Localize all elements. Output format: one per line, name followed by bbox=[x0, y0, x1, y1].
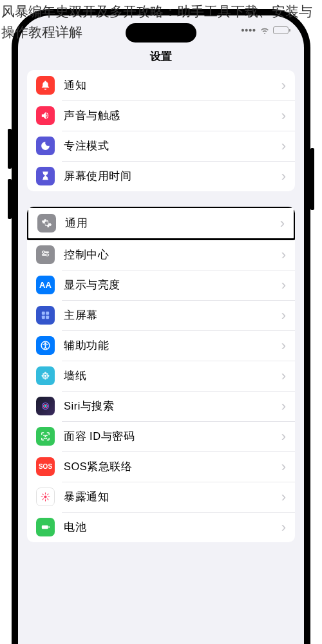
chevron-right-icon: › bbox=[281, 307, 286, 324]
row-label: 控制中心 bbox=[64, 248, 278, 262]
chevron-right-icon: › bbox=[281, 138, 286, 155]
row-label: 通知 bbox=[64, 79, 278, 93]
row-label: 主屏幕 bbox=[64, 308, 278, 323]
flower-icon bbox=[36, 366, 55, 385]
row-label: 屏幕使用时间 bbox=[64, 169, 278, 184]
dynamic-island bbox=[126, 23, 196, 43]
svg-point-2 bbox=[43, 251, 45, 254]
phone-frame: •••• 设置 通知 › 声音与触感 › bbox=[12, 9, 310, 644]
hourglass-icon bbox=[36, 167, 55, 185]
status-indicators: •••• bbox=[241, 25, 289, 35]
row-label: SOS紧急联络 bbox=[64, 460, 278, 474]
svg-rect-34 bbox=[48, 526, 49, 528]
row-label: Siri与搜索 bbox=[64, 399, 278, 413]
battery-icon bbox=[273, 26, 289, 34]
badge-text: AA bbox=[39, 280, 52, 290]
chevron-right-icon: › bbox=[281, 519, 286, 536]
row-notifications[interactable]: 通知 › bbox=[27, 70, 295, 100]
svg-rect-5 bbox=[46, 312, 49, 315]
chevron-right-icon: › bbox=[281, 77, 286, 94]
sliders-icon bbox=[36, 245, 55, 264]
svg-point-17 bbox=[43, 377, 44, 379]
svg-point-12 bbox=[44, 377, 47, 380]
volume-down-button bbox=[8, 179, 12, 219]
row-exposure[interactable]: 暴露通知 › bbox=[27, 482, 295, 512]
chevron-right-icon: › bbox=[281, 337, 286, 354]
svg-rect-33 bbox=[42, 526, 48, 529]
row-label: 面容 ID与密码 bbox=[64, 430, 278, 444]
sos-icon: SOS bbox=[36, 457, 55, 476]
chevron-right-icon: › bbox=[281, 398, 286, 415]
row-label: 辅助功能 bbox=[64, 339, 278, 353]
svg-point-21 bbox=[44, 405, 46, 407]
settings-group-1: 通知 › 声音与触感 › 专注模式 › 屏幕使 bbox=[27, 70, 295, 191]
accessibility-icon bbox=[36, 336, 55, 355]
speaker-icon bbox=[36, 106, 55, 125]
svg-rect-4 bbox=[42, 312, 45, 315]
volume-up-button bbox=[8, 129, 12, 169]
svg-rect-6 bbox=[42, 316, 45, 319]
page-title: 设置 bbox=[18, 45, 304, 70]
svg-line-29 bbox=[43, 494, 44, 495]
row-faceid[interactable]: 面容 ID与密码 › bbox=[27, 421, 295, 451]
svg-rect-7 bbox=[46, 316, 49, 319]
svg-point-9 bbox=[44, 343, 46, 344]
row-label: 通用 bbox=[65, 216, 276, 231]
svg-line-32 bbox=[47, 494, 48, 495]
moon-icon bbox=[36, 137, 55, 155]
power-button bbox=[310, 148, 314, 210]
svg-point-14 bbox=[47, 375, 50, 377]
row-sos[interactable]: SOS SOS紧急联络 › bbox=[27, 451, 295, 482]
face-icon bbox=[36, 427, 55, 446]
status-bar: •••• bbox=[18, 15, 304, 45]
row-label: 墙纸 bbox=[64, 369, 278, 383]
row-display[interactable]: AA 显示与亮度 › bbox=[27, 270, 295, 300]
row-label: 显示与亮度 bbox=[64, 278, 278, 292]
gear-icon bbox=[37, 214, 56, 232]
row-sound[interactable]: 声音与触感 › bbox=[27, 100, 295, 131]
wifi-icon bbox=[260, 26, 270, 34]
battery-icon bbox=[36, 518, 55, 536]
svg-line-31 bbox=[43, 498, 44, 500]
svg-point-18 bbox=[46, 377, 48, 379]
svg-point-10 bbox=[44, 375, 47, 377]
row-general[interactable]: 通用 › bbox=[27, 207, 295, 240]
chevron-right-icon: › bbox=[281, 277, 286, 294]
svg-point-11 bbox=[44, 372, 47, 374]
grid-icon bbox=[36, 306, 55, 325]
badge-text: SOS bbox=[39, 463, 52, 470]
svg-point-15 bbox=[43, 373, 44, 375]
svg-point-24 bbox=[44, 495, 46, 498]
svg-point-23 bbox=[46, 435, 47, 436]
chevron-right-icon: › bbox=[281, 428, 286, 445]
row-label: 电池 bbox=[64, 520, 278, 535]
row-screentime[interactable]: 屏幕使用时间 › bbox=[27, 161, 295, 191]
row-battery[interactable]: 电池 › bbox=[27, 512, 295, 542]
chevron-right-icon: › bbox=[281, 168, 286, 185]
exposure-icon bbox=[36, 488, 55, 506]
row-accessibility[interactable]: 辅助功能 › bbox=[27, 330, 295, 361]
chevron-right-icon: › bbox=[281, 459, 286, 475]
row-label: 专注模式 bbox=[64, 139, 278, 153]
row-label: 声音与触感 bbox=[64, 109, 278, 123]
cellular-icon: •••• bbox=[241, 25, 256, 35]
row-home-screen[interactable]: 主屏幕 › bbox=[27, 300, 295, 330]
svg-point-13 bbox=[41, 375, 44, 377]
chevron-right-icon: › bbox=[281, 247, 286, 263]
siri-icon bbox=[36, 397, 55, 415]
svg-line-30 bbox=[47, 498, 48, 500]
svg-point-22 bbox=[44, 435, 44, 436]
svg-point-3 bbox=[46, 254, 49, 256]
row-focus[interactable]: 专注模式 › bbox=[27, 131, 295, 161]
chevron-right-icon: › bbox=[281, 368, 286, 384]
svg-point-16 bbox=[46, 373, 48, 375]
row-control-center[interactable]: 控制中心 › bbox=[27, 240, 295, 270]
row-wallpaper[interactable]: 墙纸 › bbox=[27, 361, 295, 391]
row-label: 暴露通知 bbox=[64, 490, 278, 504]
chevron-right-icon: › bbox=[281, 108, 286, 124]
chevron-right-icon: › bbox=[280, 215, 285, 232]
chevron-right-icon: › bbox=[281, 489, 286, 506]
row-siri[interactable]: Siri与搜索 › bbox=[27, 391, 295, 421]
bell-icon bbox=[36, 76, 55, 95]
settings-group-2: 通用 › 控制中心 › AA 显示与亮度 › 主 bbox=[27, 207, 295, 542]
